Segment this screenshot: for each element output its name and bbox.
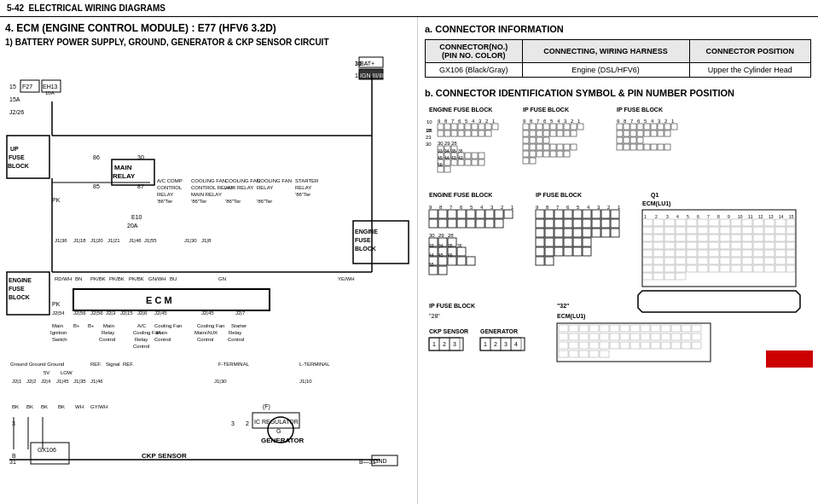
svg-rect-253 (571, 144, 577, 150)
svg-text:87: 87 (137, 183, 144, 189)
svg-rect-174 (444, 130, 450, 136)
svg-rect-470 (664, 242, 675, 249)
svg-rect-316 (467, 210, 475, 218)
svg-rect-167 (458, 124, 464, 130)
svg-text:Starter: Starter (231, 323, 247, 328)
svg-text:Ground Ground Ground: Ground Ground Ground (10, 362, 64, 367)
svg-rect-296 (630, 144, 636, 150)
svg-rect-314 (448, 210, 456, 218)
svg-rect-179 (479, 130, 484, 136)
svg-text:GENERATOR: GENERATOR (480, 328, 518, 334)
svg-text:GND: GND (374, 458, 387, 464)
svg-text:11: 11 (748, 214, 753, 219)
svg-rect-195 (472, 153, 478, 159)
svg-text:FUSE: FUSE (9, 154, 25, 160)
svg-text:29: 29 (444, 141, 450, 146)
svg-text:BK: BK (26, 404, 33, 409)
svg-text:J1|30: J1|30 (184, 238, 197, 243)
svg-text:MAIN: MAIN (114, 164, 132, 171)
svg-text:J1|8: J1|8 (201, 238, 212, 243)
svg-text:3: 3 (564, 119, 567, 124)
svg-text:7: 7 (450, 205, 453, 210)
svg-text:4: 4 (514, 341, 518, 347)
svg-text:'86"Ter: '86"Ter (257, 199, 272, 204)
svg-text:4: 4 (472, 119, 475, 124)
svg-text:COOLING FAN: COOLING FAN (191, 178, 226, 183)
svg-rect-277 (644, 124, 650, 130)
svg-text:Relay: Relay (135, 337, 148, 342)
svg-text:23: 23 (426, 135, 432, 140)
svg-rect-404 (573, 247, 582, 256)
svg-rect-328 (495, 219, 503, 228)
svg-rect-582 (589, 342, 599, 349)
svg-rect-500 (687, 258, 697, 264)
svg-rect-384 (611, 219, 619, 228)
svg-rect-141 (31, 443, 69, 464)
svg-rect-494 (775, 250, 786, 257)
svg-rect-587 (641, 342, 650, 349)
cell-position: Upper the Cylinder Head (689, 63, 811, 78)
svg-rect-487 (698, 250, 708, 257)
svg-rect-456 (664, 235, 675, 241)
svg-rect-326 (476, 219, 484, 228)
svg-text:BLOCK: BLOCK (8, 163, 29, 169)
svg-text:2: 2 (443, 341, 446, 347)
svg-rect-523 (786, 265, 795, 272)
svg-text:8: 8 (439, 205, 443, 210)
svg-rect-172 (492, 124, 498, 130)
svg-text:7: 7 (537, 119, 540, 124)
svg-text:GN: GN (218, 276, 226, 281)
main-title: 4. ECM (ENGINE CONTROL MODULE) : E77 (HF… (5, 22, 412, 34)
svg-rect-382 (592, 219, 600, 228)
svg-text:J1|55: J1|55 (144, 238, 157, 243)
svg-rect-589 (661, 342, 670, 349)
svg-rect-212 (438, 166, 444, 172)
svg-rect-570 (610, 333, 619, 340)
svg-rect-568 (589, 333, 599, 340)
svg-rect-452 (775, 227, 786, 234)
svg-rect-292 (630, 137, 636, 143)
svg-text:2: 2 (571, 119, 574, 124)
svg-text:A/C: A/C (137, 323, 147, 328)
svg-rect-438 (775, 219, 786, 226)
svg-rect-171 (485, 124, 491, 130)
svg-rect-576 (671, 333, 681, 340)
svg-rect-443 (676, 227, 686, 234)
svg-rect-453 (786, 227, 795, 234)
svg-rect-448 (731, 227, 741, 234)
svg-rect-178 (472, 130, 478, 136)
svg-rect-279 (658, 124, 664, 130)
svg-rect-462 (731, 235, 741, 241)
svg-rect-347 (438, 257, 447, 265)
svg-rect-262 (530, 158, 536, 164)
svg-text:J1|30: J1|30 (214, 379, 227, 384)
svg-rect-285 (637, 130, 643, 136)
svg-rect-260 (564, 151, 570, 157)
svg-text:9: 9 (536, 205, 539, 210)
svg-rect-480 (775, 242, 786, 249)
svg-text:1: 1 (511, 205, 514, 210)
svg-rect-373 (592, 210, 600, 218)
svg-rect-325 (467, 219, 475, 228)
page-header: 5-42 ELECTRICAL WIRING DIAGRAMS (0, 0, 818, 17)
svg-rect-586 (630, 342, 640, 349)
svg-rect-583 (600, 342, 609, 349)
svg-text:9: 9 (429, 205, 432, 210)
svg-text:BK: BK (41, 404, 48, 409)
svg-text:F-TERMINAL: F-TERMINAL (218, 362, 250, 367)
svg-text:9: 9 (438, 119, 441, 124)
svg-text:30: 30 (137, 154, 144, 160)
svg-rect-517 (720, 265, 730, 272)
svg-text:BK: BK (58, 404, 65, 409)
svg-text:5V: 5V (44, 370, 49, 375)
svg-rect-524 (642, 273, 653, 280)
svg-rect-553 (579, 325, 589, 332)
svg-text:7: 7 (556, 205, 560, 210)
svg-text:Control: Control (99, 337, 115, 342)
svg-text:G: G (276, 428, 281, 434)
svg-rect-261 (523, 158, 529, 164)
svg-rect-567 (579, 333, 589, 340)
svg-rect-513 (676, 265, 686, 272)
svg-text:20A: 20A (127, 223, 138, 229)
svg-rect-378 (554, 219, 563, 228)
